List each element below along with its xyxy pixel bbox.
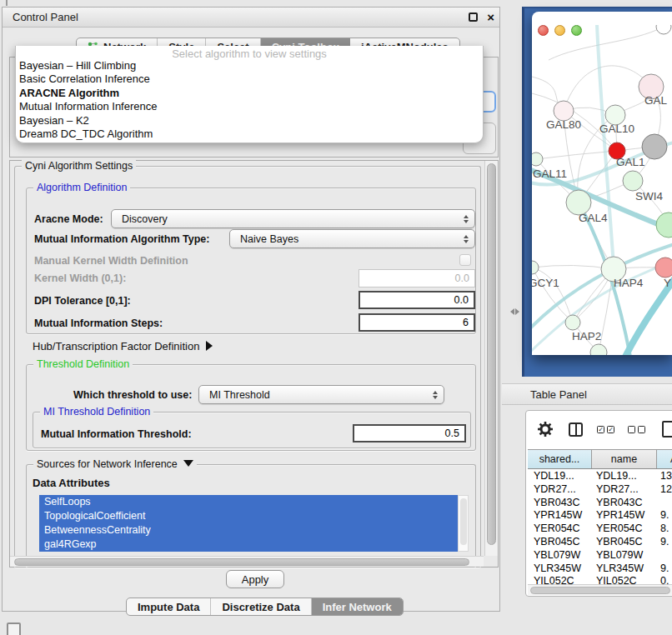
tab-impute-data[interactable]: Impute Data — [127, 598, 211, 615]
cyni-algorithm-settings-title: Cyni Algorithm Settings — [22, 160, 136, 172]
chevron-down-icon — [183, 460, 193, 467]
control-panel-titlebar: Control Panel × — [3, 8, 499, 28]
attributes-scrollbar-thumb[interactable] — [460, 498, 467, 545]
settings-horizontal-scrollbar — [10, 556, 484, 567]
column-header-partial[interactable]: A — [657, 450, 672, 468]
table-row[interactable]: YBL079WYBL079W — [528, 549, 672, 562]
collapsed-panel-icon[interactable] — [7, 622, 21, 635]
node[interactable] — [656, 25, 671, 34]
aracne-mode-label: Aracne Mode: — [34, 213, 103, 225]
dropdown-item[interactable]: Bayesian – Hill Climbing — [16, 59, 483, 72]
data-attributes-list: SelfLoops TopologicalCoefficient Between… — [39, 495, 458, 552]
table-row[interactable]: YLR345WYLR345W9. — [528, 562, 672, 576]
list-item-selected[interactable]: BetweennessCentrality — [39, 523, 458, 538]
node-label: GAL11 — [533, 168, 567, 180]
node-label: HAP2 — [572, 330, 601, 342]
list-item-selected[interactable]: SelfLoops — [39, 495, 458, 509]
table-row[interactable]: YER054CYER054C8. — [528, 522, 672, 536]
select-all-columns-icon[interactable]: ✓✓ — [597, 426, 614, 433]
dropdown-item[interactable]: Bayesian – K2 — [16, 114, 483, 128]
node-gray[interactable] — [642, 134, 667, 159]
apply-button[interactable]: Apply — [226, 570, 284, 588]
table-row[interactable]: YBR045CYBR045C9. — [528, 536, 672, 549]
dropdown-item[interactable]: Dream8 DC_TDC Algorithm — [16, 128, 483, 141]
node-label: GAL — [644, 94, 668, 107]
node-bottom-green[interactable] — [590, 344, 607, 355]
attributes-scrollbar — [458, 495, 469, 552]
network-view-window: GAL GAL80 GAL10 GAL1 GAL11 SWI4 GAL4 GCY… — [532, 12, 672, 355]
mi-steps-field[interactable] — [359, 313, 475, 332]
table-row[interactable]: YPR145WYPR145W9. — [528, 509, 672, 522]
kernel-width-label: Kernel Width (0,1): — [34, 272, 126, 284]
tab-infer-network[interactable]: Infer Network — [312, 598, 403, 615]
mi-threshold-label: Mutual Information Threshold: — [41, 428, 192, 440]
collapse-right-icon — [515, 308, 519, 315]
top-left-tick — [6, 0, 8, 6]
table-row[interactable]: YBR043CYBR043C — [528, 497, 672, 510]
combo-stepper-icon — [464, 215, 469, 223]
column-header-name[interactable]: name — [592, 450, 657, 468]
dropdown-item-highlighted[interactable]: ARACNE Algorithm — [16, 87, 483, 100]
node-label: GAL4 — [579, 212, 608, 224]
deselect-all-columns-icon[interactable] — [628, 426, 645, 433]
dropdown-item[interactable]: Basic Correlation Inference — [16, 72, 483, 86]
node-label: HAP4 — [614, 277, 644, 289]
close-icon[interactable]: × — [487, 10, 494, 25]
app-screen: Control Panel × Network Style Select Cyn… — [0, 0, 672, 635]
aracne-mode-combobox[interactable]: Discovery — [111, 209, 475, 228]
manual-kernel-label: Manual Kernel Width Definition — [34, 255, 188, 267]
dropdown-item[interactable]: Mutual Information Inference — [16, 100, 483, 113]
panel-splitter-handle[interactable] — [508, 305, 521, 318]
list-item-selected[interactable]: TopologicalCoefficient — [39, 509, 458, 523]
table-body: YDL19...YDL19...13 YDR27...YDR27...12 YB… — [528, 470, 672, 584]
table-row[interactable]: YDR27...YDR27...12 — [528, 483, 672, 497]
float-window-icon[interactable] — [469, 12, 478, 22]
settings-vscrollbar-thumb[interactable] — [487, 163, 496, 545]
kernel-width-field[interactable] — [359, 269, 475, 288]
control-panel-title: Control Panel — [13, 11, 78, 23]
tab-discretize-data[interactable]: Discretize Data — [211, 598, 311, 615]
algorithm-definition-title: Algorithm Definition — [33, 182, 130, 193]
bottom-tabbar: Impute Data Discretize Data Infer Networ… — [126, 598, 404, 616]
dpi-tolerance-field[interactable] — [359, 291, 475, 309]
settings-hscrollbar-thumb[interactable] — [14, 558, 469, 566]
node-label: SWI4 — [635, 190, 663, 202]
gear-icon[interactable] — [538, 422, 553, 437]
table-header-row: shared... name A — [528, 449, 672, 469]
mi-type-combobox[interactable]: Naive Bayes — [229, 229, 475, 248]
collapse-left-icon — [510, 308, 514, 315]
node-label: Y — [664, 277, 671, 289]
node-hap2[interactable] — [565, 315, 580, 330]
table-panel: ✓✓ shared... name A YDL19...YDL19...13 Y… — [525, 410, 672, 597]
node-label: GAL10 — [599, 122, 634, 135]
dpi-tolerance-label: DPI Tolerance [0,1]: — [34, 295, 131, 307]
mi-threshold-field[interactable] — [353, 424, 466, 442]
hub-definition-toggle[interactable]: Hub/Transcription Factor Definition — [33, 340, 213, 352]
sources-title[interactable]: Sources for Network Inference — [33, 458, 197, 470]
mi-threshold-definition-title: MI Threshold Definition — [40, 406, 153, 418]
table-panel-title: Table Panel — [530, 388, 587, 401]
manual-kernel-checkbox[interactable] — [459, 254, 471, 266]
node-right-green[interactable] — [656, 212, 672, 238]
node-swi4[interactable] — [623, 171, 643, 191]
column-header-shared-name[interactable]: shared... — [528, 450, 592, 468]
data-attributes-label: Data Attributes — [33, 477, 110, 489]
network-canvas[interactable]: GAL GAL80 GAL10 GAL1 GAL11 SWI4 GAL4 GCY… — [532, 25, 672, 355]
algorithm-dropdown-popup: Select algorithm to view settings Bayesi… — [15, 46, 484, 143]
column-view-icon[interactable] — [569, 422, 583, 437]
mi-type-label: Mutual Information Algorithm Type: — [34, 233, 209, 245]
table-hscrollbar-thumb[interactable] — [530, 587, 670, 594]
document-icon[interactable] — [662, 421, 672, 438]
node-gal11[interactable] — [532, 152, 543, 166]
table-row[interactable]: YDL19...YDL19...13 — [528, 470, 672, 483]
node-gcy1[interactable] — [532, 261, 539, 274]
which-threshold-combobox[interactable]: MI Threshold — [198, 385, 444, 404]
combo-stepper-icon — [433, 391, 438, 399]
node-right-pink[interactable] — [655, 258, 672, 278]
combo-stepper-icon — [464, 235, 469, 243]
threshold-definition-title: Threshold Definition — [33, 358, 133, 370]
chevron-right-icon — [206, 341, 213, 351]
table-row[interactable]: YIL052CYIL052C0. — [528, 575, 672, 584]
list-item-selected[interactable]: gal4RGexp — [39, 538, 458, 552]
which-threshold-label: Which threshold to use: — [73, 389, 192, 401]
